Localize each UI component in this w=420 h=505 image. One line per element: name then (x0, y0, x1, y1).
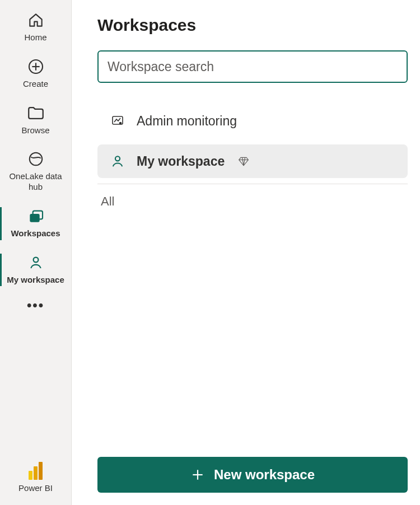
nav-item-label: Home (24, 32, 46, 43)
powerbi-icon (29, 461, 43, 481)
nav-item-home[interactable]: Home (0, 4, 71, 51)
nav-item-workspaces[interactable]: Workspaces (0, 200, 71, 247)
svg-point-9 (115, 156, 120, 161)
nav-item-my-workspace[interactable]: My workspace (0, 247, 71, 293)
nav-item-label: Browse (21, 125, 49, 136)
workspace-search-input[interactable] (97, 50, 408, 83)
svg-point-8 (120, 123, 122, 124)
person-icon (27, 252, 44, 273)
plus-icon (190, 467, 205, 482)
page-title: Workspaces (97, 16, 408, 35)
workspace-list: Admin monitoring My workspace (97, 104, 408, 178)
workspace-row-admin-monitoring[interactable]: Admin monitoring (97, 104, 408, 138)
nav-item-more[interactable]: ••• (0, 293, 71, 320)
ellipsis-icon: ••• (27, 302, 44, 308)
nav-item-label: OneLake data hub (2, 171, 69, 193)
onelake-icon (27, 149, 44, 169)
person-icon (110, 153, 125, 169)
section-label-all: All (97, 194, 408, 209)
workspace-row-my-workspace[interactable]: My workspace (97, 144, 408, 178)
svg-point-3 (29, 153, 42, 166)
new-workspace-button-label: New workspace (214, 467, 315, 483)
diamond-icon (238, 156, 249, 167)
svg-point-6 (33, 257, 38, 262)
monitoring-icon (110, 113, 125, 129)
nav-item-label: My workspace (7, 275, 64, 286)
nav-item-powerbi[interactable]: Power BI (0, 455, 71, 502)
nav-item-label: Power BI (18, 483, 53, 494)
nav-item-label: Create (23, 79, 48, 90)
folder-icon (26, 103, 45, 123)
sidebar-top-group: Home Create Browse (0, 4, 71, 320)
svg-rect-5 (30, 214, 39, 222)
sidebar-bottom-group: Power BI (0, 455, 71, 505)
nav-item-create[interactable]: Create (0, 51, 71, 97)
home-icon (27, 10, 45, 30)
nav-item-browse[interactable]: Browse (0, 97, 71, 144)
nav-item-onelake[interactable]: OneLake data hub (0, 143, 71, 200)
workspace-row-label: Admin monitoring (137, 114, 237, 129)
workspaces-panel: Workspaces Admin monitoring My workspace (72, 0, 420, 505)
panel-spacer (97, 209, 408, 457)
plus-circle-icon (27, 57, 45, 77)
workspace-row-label: My workspace (137, 154, 225, 169)
list-divider (97, 184, 408, 184)
workspaces-icon (27, 206, 45, 226)
new-workspace-button[interactable]: New workspace (97, 457, 408, 493)
left-nav-sidebar: Home Create Browse (0, 0, 72, 505)
nav-item-label: Workspaces (11, 228, 60, 239)
